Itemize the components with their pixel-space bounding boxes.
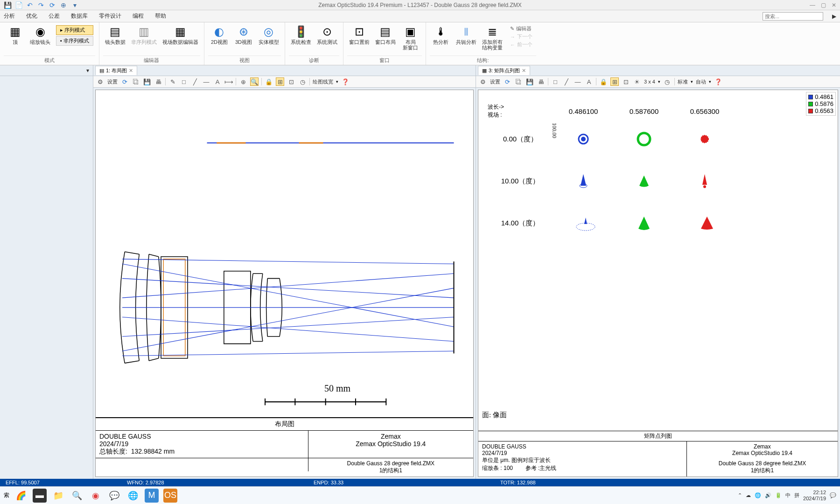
menu-help[interactable]: 帮助 — [155, 12, 166, 20]
ribbon-btn-solid[interactable]: ◎实体模型 — [257, 23, 281, 56]
ribbon-btn-field-editor[interactable]: ▦视场数据编辑器 — [161, 23, 200, 56]
help-icon[interactable]: ❓ — [714, 77, 722, 86]
text-icon[interactable]: A — [585, 77, 593, 86]
spot-tab[interactable]: ▦ 3: 矩阵点列图 ✕ — [478, 66, 530, 75]
settings-gear-icon[interactable]: ⚙ — [96, 77, 105, 86]
ribbon-btn-top[interactable]: ▦顶 — [4, 23, 26, 56]
ruler-icon[interactable]: ⟼ — [224, 77, 233, 86]
taskbar-app-icon[interactable]: ▬ — [33, 489, 47, 503]
dash-icon[interactable]: — — [202, 77, 210, 86]
tray-ime-1[interactable]: 中 — [785, 492, 791, 499]
clock-icon[interactable]: ◷ — [298, 77, 307, 86]
taskbar-search-icon[interactable]: 🔍 — [70, 489, 84, 503]
sequential-mode-btn[interactable]: ▸ 序列模式 — [56, 25, 93, 35]
refresh-icon[interactable]: ⟳ — [49, 1, 56, 9]
dropdown-icon[interactable]: ▾ — [71, 1, 78, 9]
grid-icon[interactable]: ⊞ — [610, 77, 619, 86]
menu-analyze[interactable]: 分析 — [4, 12, 15, 20]
taskbar-app-icon[interactable]: M — [145, 489, 159, 503]
taskbar-opticstudio-icon[interactable]: OS — [163, 489, 177, 503]
taskbar-explorer-icon[interactable]: 📁 — [51, 489, 65, 503]
copy-icon[interactable]: ⿻ — [132, 77, 140, 86]
export-icon[interactable]: ⊡ — [287, 77, 295, 86]
help-icon[interactable]: ⊕ — [60, 1, 67, 9]
taskbar-app-icon[interactable]: 🌈 — [14, 489, 28, 503]
ribbon-btn-add-vars[interactable]: ≣添加所有 结构变量 — [480, 23, 504, 56]
tray-ime-2[interactable]: 拼 — [794, 492, 799, 499]
grid-icon[interactable]: ⊞ — [276, 77, 284, 86]
ribbon-btn-conjugate[interactable]: ⦀共轭分析 — [454, 23, 478, 56]
refresh-icon[interactable]: ⟳ — [120, 77, 129, 86]
menu-database[interactable]: 数据库 — [71, 12, 88, 20]
zoom-icon[interactable]: 🔍 — [250, 77, 259, 86]
layout-canvas[interactable]: 50 mm 布局图 DOUBLE GAUSS 2024/7/19 总轴长度: 1… — [95, 90, 474, 477]
tab-close-icon[interactable]: ✕ — [129, 68, 133, 74]
copy-icon[interactable]: ⿻ — [514, 77, 523, 86]
taskbar-wechat-icon[interactable]: 💬 — [107, 489, 121, 503]
tray-chevron-icon[interactable]: ⌃ — [738, 492, 742, 498]
ribbon-btn-2d[interactable]: ◐2D视图 — [208, 23, 231, 56]
ribbon-btn-win-front[interactable]: ⊡窗口置前 — [347, 23, 371, 56]
new-icon[interactable]: 📄 — [15, 1, 22, 9]
menu-optimize[interactable]: 优化 — [26, 12, 37, 20]
lock-icon[interactable]: 🔒 — [599, 77, 608, 86]
clock-icon[interactable]: ◷ — [663, 77, 672, 86]
menu-part-design[interactable]: 零件设计 — [99, 12, 121, 20]
ribbon-link-editor[interactable]: ✎ 编辑器 — [510, 25, 532, 32]
linewidth-label[interactable]: 绘图线宽 — [313, 78, 333, 85]
tab-close-icon[interactable]: ✕ — [522, 68, 526, 74]
settings-label[interactable]: 设置 — [107, 78, 118, 85]
left-panel-dropdown[interactable]: ▾ — [0, 65, 93, 76]
save-icon[interactable]: 💾 — [525, 77, 534, 86]
target-icon[interactable]: ⊕ — [239, 77, 247, 86]
save-icon[interactable]: 💾 — [4, 1, 11, 9]
ribbon-btn-syscheck[interactable]: 🚦系统检查 — [289, 23, 313, 56]
ribbon-link-prev[interactable]: ← 前一个 — [510, 41, 532, 48]
settings-gear-icon[interactable]: ⚙ — [479, 77, 487, 86]
search-input[interactable] — [763, 12, 823, 21]
close-icon[interactable]: ✕ — [832, 2, 836, 8]
run-icon[interactable]: ▶ — [832, 13, 836, 20]
spot-canvas[interactable]: 0.4861 0.5876 0.6563 波长-> 视场 : 0.486100 … — [478, 90, 838, 477]
ribbon-btn-3d[interactable]: ⊛3D视图 — [232, 23, 255, 56]
line-icon[interactable]: ╱ — [562, 77, 571, 86]
pencil-icon[interactable]: ✎ — [168, 77, 177, 86]
tray-clock[interactable]: 22:12 2024/7/19 — [803, 490, 826, 501]
dash-icon[interactable]: — — [574, 77, 582, 86]
taskbar-app-icon[interactable]: ◉ — [89, 489, 103, 503]
refresh-icon[interactable]: ⟳ — [503, 77, 511, 86]
text-icon[interactable]: A — [213, 77, 222, 86]
line-icon[interactable]: ╱ — [191, 77, 199, 86]
sun-icon[interactable]: ☀ — [633, 77, 641, 86]
save-icon[interactable]: 💾 — [143, 77, 151, 86]
ribbon-btn-lens-data[interactable]: ▤镜头数据 — [103, 23, 127, 56]
print-icon[interactable]: 🖶 — [154, 77, 162, 86]
ribbon-link-next[interactable]: → 下一个 — [510, 33, 532, 40]
square-icon[interactable]: □ — [180, 77, 188, 86]
tray-network-icon[interactable]: 🌐 — [755, 492, 761, 498]
export-icon[interactable]: ⊡ — [622, 77, 630, 86]
ribbon-btn-thermal[interactable]: 🌡热分析 — [430, 23, 452, 56]
minimize-icon[interactable]: — — [810, 2, 815, 8]
square-icon[interactable]: □ — [551, 77, 560, 86]
tray-notifications-icon[interactable]: 💬 — [830, 492, 836, 498]
taskbar-edge-icon[interactable]: 🌐 — [126, 489, 140, 503]
help-icon[interactable]: ❓ — [341, 77, 350, 86]
menu-programming[interactable]: 编程 — [133, 12, 144, 20]
redo-icon[interactable]: ↷ — [37, 1, 45, 9]
ribbon-btn-zoom-lens[interactable]: ◉缩放镜头 — [28, 23, 52, 56]
ribbon-btn-win-layout[interactable]: ▤窗口布局 — [373, 23, 398, 56]
menu-tolerance[interactable]: 公差 — [49, 12, 60, 20]
nonsequential-mode-btn[interactable]: ▪ 非序列模式 — [56, 36, 93, 46]
maximize-icon[interactable]: ▢ — [821, 2, 826, 8]
undo-icon[interactable]: ↶ — [26, 1, 34, 9]
ribbon-btn-systest[interactable]: ⊙系统测试 — [315, 23, 339, 56]
ribbon-btn-new-win[interactable]: ▣布局 新窗口 — [399, 23, 422, 56]
tray-onedrive-icon[interactable]: ☁ — [746, 492, 751, 498]
lock-icon[interactable]: 🔒 — [265, 77, 273, 86]
taskbar-search-text[interactable]: 索 — [4, 491, 9, 499]
print-icon[interactable]: 🖶 — [537, 77, 545, 86]
ribbon-btn-nsc-editor[interactable]: ▥非序列模式 — [129, 23, 159, 56]
tray-battery-icon[interactable]: 🔋 — [775, 492, 782, 498]
tray-volume-icon[interactable]: 🔊 — [765, 492, 771, 498]
